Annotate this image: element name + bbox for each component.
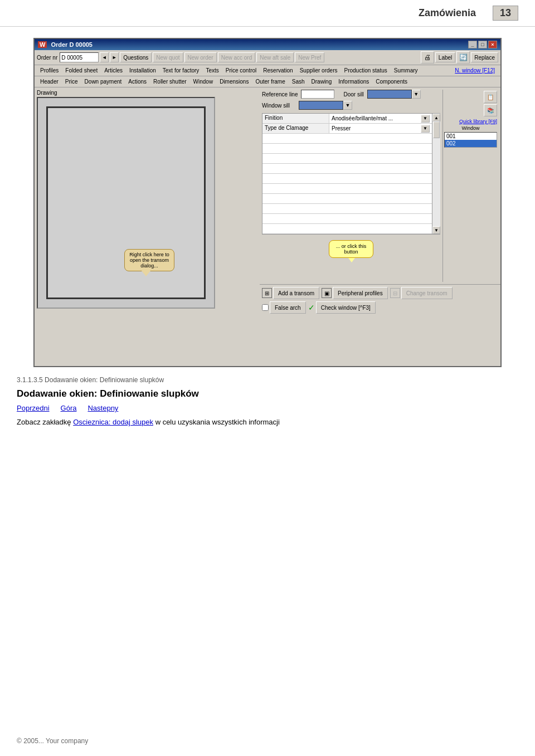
controls-row: Reference line Door sill ▼ — [262, 90, 440, 99]
menu-profiles[interactable]: Profiles — [37, 66, 62, 75]
label-button[interactable]: Label — [435, 52, 455, 62]
menu-informations[interactable]: Informations — [335, 77, 372, 86]
new-acc-ord-button[interactable]: New acc ord — [218, 52, 256, 62]
new-aft-sale-button[interactable]: New aft sale — [256, 52, 294, 62]
menu-articles[interactable]: Articles — [101, 66, 126, 75]
check-window-button[interactable]: Check window [^F3] — [316, 301, 376, 314]
menu-components[interactable]: Components — [372, 77, 411, 86]
page-footer: © 2005... Your company — [17, 737, 88, 745]
check-window-group: ✓ Check window [^F3] — [308, 301, 376, 314]
menu-down-payment[interactable]: Down payment — [81, 77, 125, 86]
window-sill-select-container: ▼ — [299, 101, 352, 110]
change-transom-button[interactable]: Change transom — [401, 287, 453, 299]
check-icon: ✓ — [308, 303, 315, 312]
menu-text-factory[interactable]: Text for factory — [159, 66, 203, 75]
center-right-wrapper: Reference line Door sill ▼ Window sill — [260, 87, 500, 366]
menu-summary[interactable]: Summary — [391, 66, 421, 75]
menu-production-status[interactable]: Production status — [341, 66, 390, 75]
new-quot-button[interactable]: New quot — [153, 52, 183, 62]
prop-row-empty-6 — [262, 184, 432, 194]
add-transom-button[interactable]: Add a transom — [273, 287, 319, 299]
app-body: Drawing Right click here to open the tra… — [35, 87, 500, 366]
nav-prev-button[interactable]: ◄ — [100, 52, 109, 62]
scroll-up-arrow[interactable]: ▲ — [432, 114, 440, 121]
body-link[interactable]: Oscieznica: dodaj slupek — [73, 418, 153, 426]
menu-texts[interactable]: Texts — [202, 66, 222, 75]
menu-folded-sheet[interactable]: Folded sheet — [62, 66, 101, 75]
toolbar: Order nr ◄ ► Questions New quot New orde… — [35, 50, 500, 65]
prop-row-empty-3 — [262, 154, 432, 164]
new-order-button[interactable]: New order — [184, 52, 217, 62]
prop-row-clamage: Type de Clamage Presser ▼ — [262, 124, 432, 134]
nav-next-button[interactable]: ► — [110, 52, 119, 62]
menu-sash[interactable]: Sash — [289, 77, 308, 86]
finition-dropdown[interactable]: ▼ — [421, 115, 430, 123]
quick-library-label[interactable]: Quick library [F9] — [444, 119, 497, 124]
window-sill-select[interactable] — [299, 101, 343, 110]
properties-scrollbar[interactable]: ▲ ▼ — [432, 113, 440, 235]
door-sill-arrow[interactable]: ▼ — [412, 90, 421, 99]
printer-icon-button[interactable]: 🖨 — [421, 51, 434, 64]
replace-icon: 🔄 — [456, 51, 470, 64]
menu-price[interactable]: Price — [62, 77, 81, 86]
questions-button[interactable]: Questions — [120, 52, 152, 62]
false-arch-checkbox[interactable] — [262, 304, 269, 311]
add-transom-group: ⊞ Add a transom — [262, 287, 319, 299]
page-number: 13 — [493, 6, 518, 21]
title-bar: W Order D 00005 _ □ × — [35, 39, 500, 50]
scrollbar-thumb[interactable] — [433, 121, 440, 138]
title-bar-controls: _ □ × — [468, 41, 497, 48]
menu-price-control[interactable]: Price control — [222, 66, 260, 75]
library-icon-button[interactable]: 📚 — [484, 104, 497, 116]
replace-button[interactable]: Replace — [471, 52, 498, 62]
maximize-button[interactable]: □ — [478, 41, 487, 48]
menu-outer-frame[interactable]: Outer frame — [252, 77, 288, 86]
change-transom-group: ⊟ Change transom — [390, 287, 453, 299]
menu-n-window[interactable]: N. window [F12] — [451, 66, 498, 75]
peripheral-icon: ▣ — [322, 288, 332, 298]
door-sill-select-container: ▼ — [367, 90, 421, 99]
nav-up[interactable]: Góra — [61, 404, 77, 412]
add-transom-icon: ⊞ — [262, 288, 272, 298]
menu-reservation[interactable]: Reservation — [260, 66, 296, 75]
order-input[interactable] — [60, 52, 99, 62]
door-sill-select[interactable] — [367, 90, 412, 99]
menu-roller-shutter[interactable]: Roller shutter — [150, 77, 189, 86]
peripheral-profiles-button[interactable]: Peripheral profiles — [333, 287, 388, 299]
window-item-002[interactable]: 002 — [445, 140, 497, 147]
clamage-dropdown[interactable]: ▼ — [421, 125, 430, 133]
new-pref-button[interactable]: New Pref — [295, 52, 324, 62]
menu-dimensions[interactable]: Dimensions — [216, 77, 252, 86]
callout-tan: Right click here to open the transom dia… — [124, 249, 174, 271]
prop-key-clamage: Type de Clamage — [262, 124, 329, 133]
body-text: Zobacz zakładkę Oscieznica: dodaj slupek… — [17, 417, 518, 428]
n-window-icon-button[interactable]: 📋 — [484, 91, 497, 103]
minimize-button[interactable]: _ — [468, 41, 477, 48]
menu-bar-1: Profiles Folded sheet Articles Installat… — [35, 65, 500, 76]
chapter-title: Zamówienia — [17, 7, 476, 19]
prop-val-clamage[interactable]: Presser ▼ — [329, 124, 432, 133]
menu-window[interactable]: Window — [190, 77, 217, 86]
prop-row-empty-5 — [262, 174, 432, 184]
false-arch-group: False arch — [262, 301, 306, 314]
window-sill-arrow[interactable]: ▼ — [343, 101, 352, 110]
menu-bar-2: Header Price Down payment Actions Roller… — [35, 76, 500, 87]
menu-header[interactable]: Header — [37, 77, 62, 86]
scroll-down-arrow[interactable]: ▼ — [432, 226, 440, 234]
change-transom-icon: ⊟ — [390, 288, 400, 298]
menu-actions[interactable]: Actions — [125, 77, 150, 86]
false-arch-button[interactable]: False arch — [270, 301, 306, 314]
app-icon: W — [38, 41, 47, 48]
prop-val-finition[interactable]: Anodisée/brillante/mat ... ▼ — [329, 114, 432, 123]
ref-line-input[interactable] — [301, 90, 334, 99]
nav-next[interactable]: Nastepny — [87, 404, 118, 412]
section-title: Dodawanie okien: Definiowanie slupków — [17, 388, 518, 399]
close-button[interactable]: × — [488, 41, 497, 48]
right-icon-buttons: 📋 📚 — [444, 91, 497, 116]
door-sill-label: Door sill — [343, 91, 363, 97]
nav-previous[interactable]: Poprzedni — [17, 404, 50, 412]
window-item-001[interactable]: 001 — [445, 133, 497, 140]
menu-supplier-orders[interactable]: Supplier orders — [296, 66, 341, 75]
menu-installation[interactable]: Installation — [126, 66, 159, 75]
menu-drawing[interactable]: Drawing — [308, 77, 335, 86]
